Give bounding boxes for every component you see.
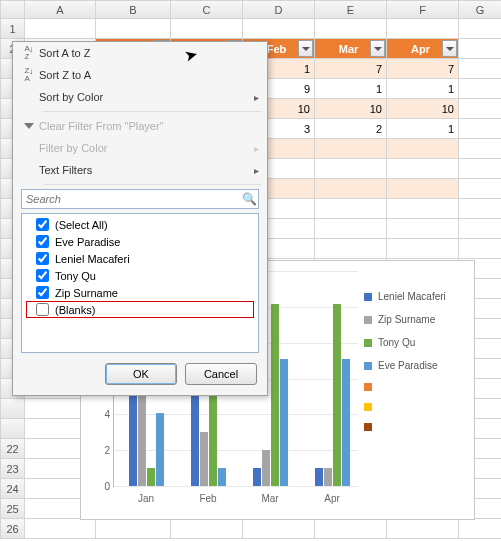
cell[interactable] <box>459 139 501 159</box>
filter-item[interactable]: Eve Paradise <box>26 233 254 250</box>
menu-sort-by-color[interactable]: Sort by Color <box>13 86 267 108</box>
bar <box>315 468 323 486</box>
cell[interactable]: 1 <box>315 79 387 99</box>
cell[interactable] <box>387 239 459 259</box>
col-C[interactable]: C <box>171 1 243 19</box>
select-all-corner[interactable] <box>1 1 25 19</box>
col-F[interactable]: F <box>387 1 459 19</box>
x-tick: Jan <box>138 493 154 504</box>
row-hdr[interactable] <box>1 399 25 419</box>
cell[interactable] <box>459 239 501 259</box>
cell[interactable]: 10 <box>315 99 387 119</box>
header-label: Feb <box>267 43 287 55</box>
filter-checkbox[interactable] <box>36 235 49 248</box>
cell[interactable] <box>315 519 387 539</box>
cell[interactable]: 7 <box>387 59 459 79</box>
filter-checkbox[interactable] <box>36 218 49 231</box>
cell[interactable] <box>459 199 501 219</box>
cell[interactable] <box>243 519 315 539</box>
row-22[interactable]: 22 <box>1 439 25 459</box>
cell[interactable]: 7 <box>315 59 387 79</box>
filter-item[interactable]: (Select All) <box>26 216 254 233</box>
row-26[interactable]: 26 <box>1 519 25 539</box>
filter-item-label: Eve Paradise <box>55 236 120 248</box>
cell[interactable] <box>25 519 96 539</box>
header-mar[interactable]: Mar <box>315 39 387 59</box>
cell[interactable] <box>387 199 459 219</box>
filter-item[interactable]: (Blanks) <box>26 301 254 318</box>
cell[interactable] <box>387 179 459 199</box>
filter-item[interactable]: Leniel Macaferi <box>26 250 254 267</box>
legend-item <box>364 403 468 411</box>
col-D[interactable]: D <box>243 1 315 19</box>
cell[interactable] <box>96 19 171 39</box>
row-24[interactable]: 24 <box>1 479 25 499</box>
cell[interactable]: 1 <box>387 79 459 99</box>
menu-label: Filter by Color <box>39 142 254 154</box>
filter-button-mar[interactable] <box>370 40 385 57</box>
header-apr[interactable]: Apr <box>387 39 459 59</box>
cell[interactable] <box>459 19 501 39</box>
cell[interactable] <box>459 179 501 199</box>
cell[interactable] <box>96 519 171 539</box>
bar <box>218 468 226 486</box>
row-25[interactable]: 25 <box>1 499 25 519</box>
menu-label: Text Filters <box>39 164 254 176</box>
col-B[interactable]: B <box>96 1 171 19</box>
menu-text-filters[interactable]: Text Filters <box>13 159 267 181</box>
cell[interactable] <box>315 239 387 259</box>
col-G[interactable]: G <box>459 1 501 19</box>
cancel-button[interactable]: Cancel <box>185 363 257 385</box>
filter-checkbox[interactable] <box>36 303 49 316</box>
col-E[interactable]: E <box>315 1 387 19</box>
cell[interactable] <box>387 19 459 39</box>
cell[interactable] <box>387 519 459 539</box>
cell[interactable]: 1 <box>387 119 459 139</box>
cell[interactable] <box>459 119 501 139</box>
cell[interactable] <box>459 99 501 119</box>
y-tick: 4 <box>90 409 110 420</box>
cell[interactable] <box>315 139 387 159</box>
cell[interactable] <box>315 19 387 39</box>
row-1[interactable]: 1 <box>1 19 25 39</box>
row-hdr[interactable] <box>1 419 25 439</box>
cell[interactable] <box>25 19 96 39</box>
cell[interactable] <box>459 59 501 79</box>
cell[interactable] <box>459 519 501 539</box>
cell[interactable] <box>171 519 243 539</box>
cell[interactable]: 10 <box>387 99 459 119</box>
cell[interactable] <box>387 219 459 239</box>
cell[interactable] <box>459 79 501 99</box>
cell[interactable] <box>315 199 387 219</box>
cell[interactable]: 2 <box>315 119 387 139</box>
filter-search-input[interactable] <box>22 192 240 206</box>
filter-checklist[interactable]: (Select All)Eve ParadiseLeniel MacaferiT… <box>21 213 259 353</box>
menu-sort-za[interactable]: ZA↓ Sort Z to A <box>13 64 267 86</box>
cell[interactable] <box>315 179 387 199</box>
filter-checkbox[interactable] <box>36 286 49 299</box>
filter-item[interactable]: Tony Qu <box>26 267 254 284</box>
filter-checkbox[interactable] <box>36 269 49 282</box>
filter-item[interactable]: Zip Surname <box>26 284 254 301</box>
cell[interactable] <box>315 219 387 239</box>
col-A[interactable]: A <box>25 1 96 19</box>
cell[interactable] <box>387 139 459 159</box>
filter-button-feb[interactable] <box>298 40 313 57</box>
menu-label: Clear Filter From "Player" <box>39 120 259 132</box>
filter-search[interactable]: 🔍 <box>21 189 259 209</box>
cell[interactable] <box>459 159 501 179</box>
cell[interactable] <box>171 19 243 39</box>
menu-filter-by-color: Filter by Color <box>13 137 267 159</box>
cell[interactable] <box>243 19 315 39</box>
filter-checkbox[interactable] <box>36 252 49 265</box>
bar <box>271 304 279 486</box>
menu-sort-az[interactable]: AZ↓ Sort A to Z <box>13 42 267 64</box>
cell[interactable] <box>459 219 501 239</box>
cell[interactable] <box>387 159 459 179</box>
cell[interactable] <box>459 39 501 59</box>
filter-button-apr[interactable] <box>442 40 457 57</box>
cell[interactable] <box>315 159 387 179</box>
row-23[interactable]: 23 <box>1 459 25 479</box>
filter-item-label: Zip Surname <box>55 287 118 299</box>
ok-button[interactable]: OK <box>105 363 177 385</box>
